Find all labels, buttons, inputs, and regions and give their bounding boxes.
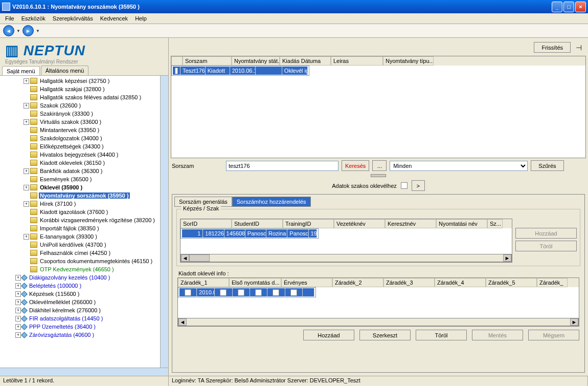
column-header[interactable]: Nyomtatási név	[436, 219, 487, 228]
checkbox[interactable]	[185, 289, 191, 296]
grid-cell[interactable]: Kiadott	[206, 67, 230, 75]
tree-item[interactable]: Előképzettségek (34300 )	[1, 142, 159, 151]
tree-item[interactable]: Szakirányok (33300 )	[1, 110, 159, 118]
grid-cell[interactable]: 2010.06.10. 11:25:5	[230, 67, 256, 75]
tree-item[interactable]: Kiadott igazolások (37600 )	[1, 208, 159, 216]
grid-cell[interactable]	[285, 288, 303, 296]
column-header[interactable]: Sz...	[487, 219, 503, 228]
action-cancel[interactable]: Mégsem	[528, 330, 579, 340]
nav-forward-dropdown[interactable]: ▼	[36, 29, 40, 33]
column-header[interactable]: Vezetéknév	[334, 219, 385, 228]
action-save[interactable]: Mentés	[472, 330, 523, 340]
filter-combo[interactable]: Minden	[390, 161, 528, 171]
column-header[interactable]: Leiras	[331, 56, 383, 66]
grid-cell[interactable]: 1	[182, 229, 203, 238]
menu-tree[interactable]: +Hallgatók képzései (32750 )Hallgatók sz…	[0, 76, 160, 368]
expand-icon[interactable]: +	[24, 78, 29, 84]
column-header[interactable]: Nyomtatvány típu...	[383, 56, 434, 66]
tree-item[interactable]: Felhasználók címei (44250 )	[1, 249, 159, 257]
minimize-button[interactable]: _	[552, 2, 562, 12]
kepzes-hscroll[interactable]: ◄ ►	[180, 254, 512, 262]
expand-icon[interactable]: +	[24, 168, 29, 174]
column-header[interactable]: Záradék_3	[383, 278, 435, 287]
expand-icon[interactable]: +	[24, 103, 29, 109]
tree-item[interactable]: +Záróvizsgáztatás (40600 )	[1, 331, 159, 339]
tree-item[interactable]: Hivatalos bejegyzések (34400 )	[1, 151, 159, 159]
grid-cell[interactable]: 19	[309, 229, 317, 238]
nav-back-dropdown[interactable]: ▼	[16, 29, 20, 33]
column-header[interactable]: StudentID	[232, 219, 283, 228]
column-header[interactable]: Keresztnév	[385, 219, 436, 228]
column-header[interactable]: Első nyomtatás d...	[229, 278, 281, 287]
checkbox[interactable]	[273, 289, 279, 296]
tree-item[interactable]: Mintatantervek (33950 )	[1, 126, 159, 134]
tree-item[interactable]: Kiadott oklevelek (36150 )	[1, 159, 159, 167]
expand-icon[interactable]: +	[15, 299, 21, 305]
grid-cell[interactable]	[215, 288, 232, 296]
expand-icon[interactable]: +	[24, 185, 29, 190]
nav-forward-button[interactable]: ►	[22, 25, 34, 36]
search-input[interactable]	[226, 161, 338, 171]
tree-item[interactable]: Hallgatók szakos féléves adatai (32850 )	[1, 93, 159, 101]
tree-item[interactable]: Hallgatók szakjai (32800 )	[1, 85, 159, 93]
expand-icon[interactable]: +	[15, 275, 21, 281]
oklevel-hscroll[interactable]: ◄ ►	[178, 318, 579, 326]
grid-cell[interactable]	[250, 288, 267, 296]
hscroll-right-icon[interactable]: ►	[570, 318, 578, 326]
column-header[interactable]	[171, 56, 183, 66]
menu-fav[interactable]: Kedvencek	[97, 14, 131, 23]
action-add[interactable]: Hozzáad	[303, 330, 354, 340]
splitter-grip[interactable]	[371, 174, 386, 177]
grid-cell[interactable]: Rozina	[266, 229, 287, 238]
tree-item[interactable]: +Oklevél (35900 )	[1, 183, 159, 191]
expand-icon[interactable]: +	[15, 316, 21, 321]
pin-icon[interactable]: ⊣	[576, 44, 582, 52]
filter-button[interactable]: Szűrés	[531, 160, 563, 171]
tree-item[interactable]: +Szakok (32600 )	[1, 101, 159, 110]
tree-item[interactable]: Korábbi vizsgaeredmények rögzítése (3820…	[1, 216, 159, 224]
hscroll-left-icon[interactable]: ◄	[181, 254, 189, 262]
mid-go-button[interactable]: >	[412, 180, 425, 191]
checkbox[interactable]	[290, 289, 297, 296]
action-edit[interactable]: Szerkeszt	[359, 330, 411, 340]
tree-item[interactable]: +Képzések (115600 )	[1, 290, 159, 298]
checkbox[interactable]	[238, 289, 244, 296]
tree-item[interactable]: +Virtuális szakok (33600 )	[1, 118, 159, 126]
checkbox[interactable]	[220, 289, 227, 296]
expand-icon[interactable]: +	[15, 332, 21, 338]
tree-item[interactable]: +Diákhitel kérelmek (276000 )	[1, 306, 159, 314]
kepzes-add-button[interactable]: Hozzáad	[515, 228, 577, 239]
checkbox[interactable]	[255, 289, 262, 296]
expand-icon[interactable]: +	[15, 308, 21, 313]
grid-cell[interactable]	[256, 67, 282, 75]
hscroll-right-icon[interactable]: ►	[503, 254, 511, 262]
menu-help[interactable]: Help	[132, 14, 150, 23]
column-header[interactable]: Nyomtatvány stát...	[232, 56, 280, 66]
close-button[interactable]: ×	[575, 2, 586, 12]
search-button[interactable]: Keresés	[342, 160, 369, 171]
menu-role[interactable]: Szerepkörváltás	[50, 14, 96, 23]
column-header[interactable]: Érvényes	[281, 278, 332, 287]
grid-cell[interactable]: 14560865	[224, 229, 245, 238]
tree-item[interactable]: Szakdolgozatok (34000 )	[1, 134, 159, 142]
action-del[interactable]: Töröl	[416, 330, 467, 340]
expand-icon[interactable]: +	[24, 119, 29, 125]
menu-file[interactable]: File	[2, 14, 17, 23]
column-header[interactable]: Záradék_2	[332, 278, 383, 287]
tree-item[interactable]: +FIR adatszolgáltatás (14450 )	[1, 314, 159, 323]
grid-cell[interactable]	[267, 288, 285, 296]
browse-button[interactable]: ...	[372, 160, 387, 171]
maximize-button[interactable]: □	[563, 2, 574, 12]
grid-cell[interactable]: Panosch	[245, 229, 266, 238]
oklevel-grid[interactable]: Záradék_1Első nyomtatás d...ÉrvényesZára…	[177, 277, 579, 327]
menu-tools[interactable]: Eszközök	[18, 14, 49, 23]
column-header[interactable]: Záradék_4	[435, 278, 486, 287]
tree-item[interactable]: Importált fájlok (38350 )	[1, 224, 159, 232]
tree-item[interactable]: +Hírek (37100 )	[1, 200, 159, 208]
grid-cell[interactable]: Panosch Rozina	[287, 229, 308, 238]
tree-item[interactable]: +Beléptetés (100000 )	[1, 282, 159, 290]
tree-item[interactable]: Nyomtatvány sorszámok (35950 )	[1, 191, 159, 200]
column-header[interactable]: Záradék_	[537, 278, 568, 287]
grid-cell[interactable]	[233, 288, 250, 296]
kepzes-grid[interactable]: SorIDStudentIDTrainingIDVezetéknévKeresz…	[180, 219, 512, 263]
